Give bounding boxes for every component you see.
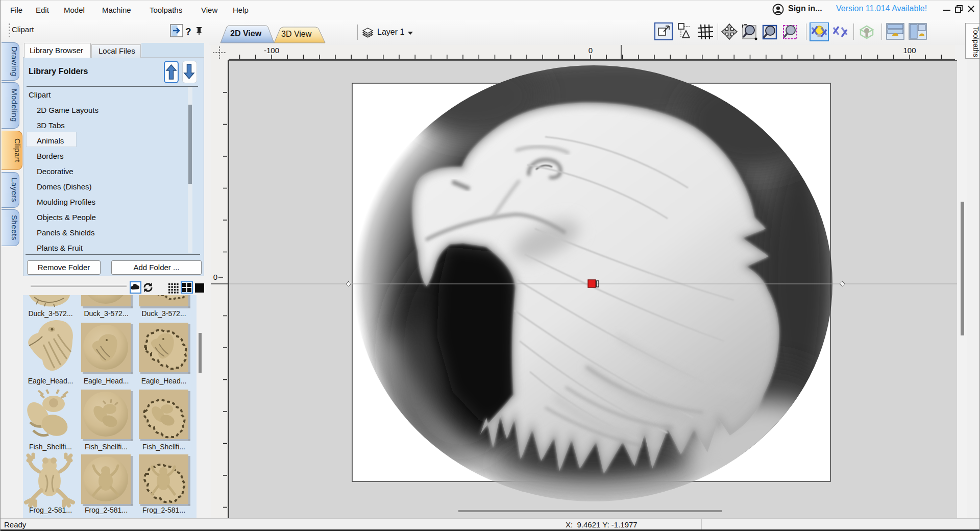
svg-text:0: 0 (213, 273, 217, 281)
svg-text:0: 0 (589, 46, 593, 55)
svg-text:100: 100 (903, 46, 916, 55)
svg-text:?: ? (185, 26, 191, 37)
svg-text:-100: -100 (264, 46, 279, 55)
